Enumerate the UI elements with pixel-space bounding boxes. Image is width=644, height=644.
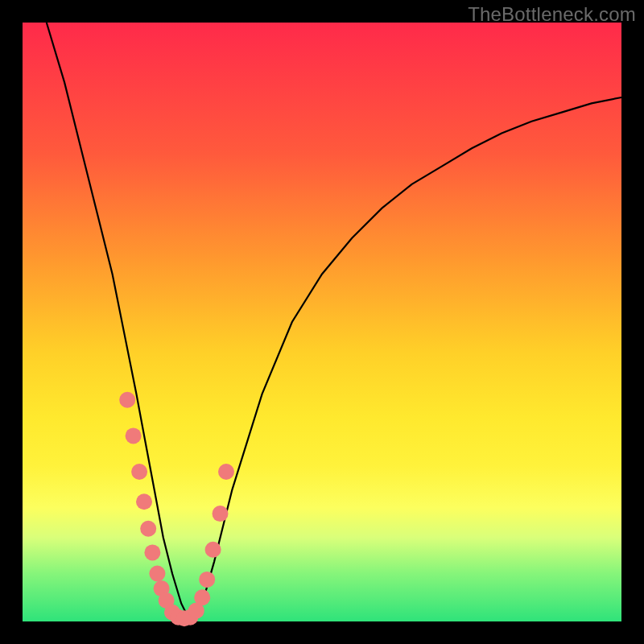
scatter-dot <box>126 427 142 444</box>
scatter-dot <box>131 464 147 480</box>
plot-area <box>23 23 621 621</box>
bottleneck-curve <box>47 23 621 621</box>
scatter-dot <box>194 589 210 605</box>
scatter-dot <box>140 521 156 537</box>
scatter-dot <box>144 544 160 560</box>
curve-layer <box>23 23 621 621</box>
scatter-dot <box>149 566 165 582</box>
chart-canvas: TheBottleneck.com <box>0 0 644 644</box>
scatter-dot <box>218 464 234 480</box>
scatter-dot <box>199 572 215 588</box>
scatter-dot <box>136 493 152 510</box>
scatter-dot <box>205 542 221 558</box>
scatter-dot <box>213 506 229 522</box>
scatter-dot <box>119 392 135 408</box>
